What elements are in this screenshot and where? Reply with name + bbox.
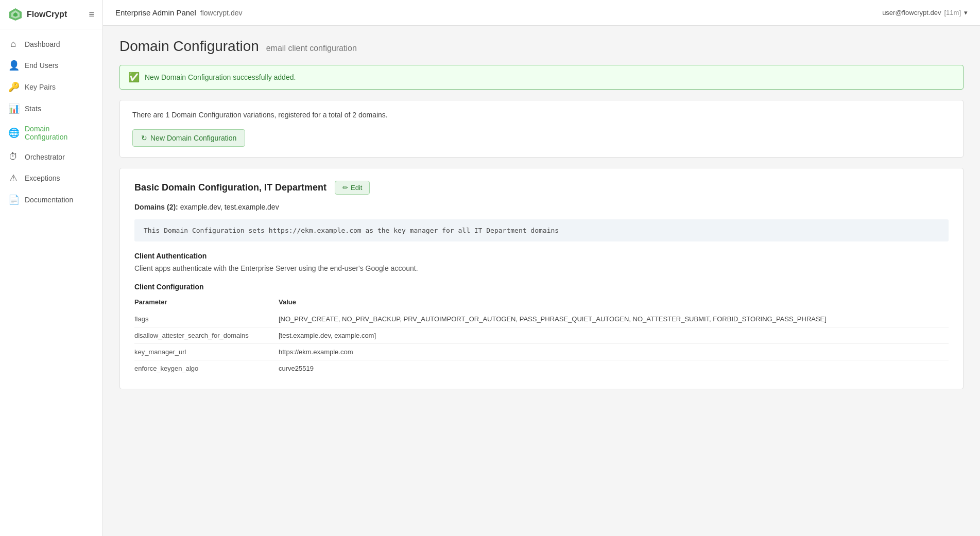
sidebar-item-stats[interactable]: 📊 Stats	[0, 98, 102, 119]
client-auth-desc: Client apps authenticate with the Enterp…	[134, 264, 949, 272]
sidebar-item-exceptions[interactable]: ⚠ Exceptions	[0, 167, 102, 189]
config-summary-card: There are 1 Domain Configuration variati…	[119, 100, 964, 158]
user-email: user@flowcrypt.dev	[882, 9, 941, 16]
param-cell: enforce_keygen_algo	[134, 360, 279, 377]
new-config-btn-label: New Domain Configuration	[150, 134, 236, 142]
page-content: Domain Configuration email client config…	[103, 26, 980, 536]
globe-icon: 🌐	[8, 127, 19, 139]
user-icon: 👤	[8, 60, 19, 71]
refresh-icon: ↻	[141, 134, 147, 142]
app-title: Enterprise Admin Panel	[115, 8, 196, 17]
client-config-title: Client Configuration	[134, 283, 949, 291]
domains-value: example.dev, test.example.dev	[180, 203, 279, 211]
table-row: key_manager_urlhttps://ekm.example.com	[134, 344, 949, 360]
sidebar-item-label: Documentation	[25, 196, 73, 204]
sidebar-item-label: End Users	[25, 61, 58, 70]
orchestrator-icon: ⏱	[8, 151, 19, 162]
value-cell: https://ekm.example.com	[279, 344, 949, 360]
sidebar-item-key-pairs[interactable]: 🔑 Key Pairs	[0, 76, 102, 98]
doc-icon: 📄	[8, 194, 19, 205]
key-icon: 🔑	[8, 81, 19, 93]
config-header: Basic Domain Configuration, IT Departmen…	[134, 181, 949, 195]
param-cell: flags	[134, 311, 279, 327]
sidebar-item-orchestrator[interactable]: ⏱ Orchestrator	[0, 146, 102, 167]
success-banner-text: New Domain Configuration successfully ad…	[145, 73, 296, 81]
sidebar-item-label: Stats	[25, 105, 41, 113]
edit-btn-label: Edit	[351, 184, 362, 192]
sidebar-logo: FlowCrypt ≡	[0, 0, 102, 29]
param-cell: disallow_attester_search_for_domains	[134, 327, 279, 344]
code-box-text: This Domain Configuration sets https://e…	[144, 227, 559, 234]
domains-line: Domains (2): example.dev, test.example.d…	[134, 203, 949, 211]
value-cell: curve25519	[279, 360, 949, 377]
sidebar-item-domain-configuration[interactable]: 🌐 Domain Configuration	[0, 119, 102, 146]
sidebar-item-label: Orchestrator	[25, 153, 65, 161]
sidebar-item-label: Key Pairs	[25, 83, 56, 91]
user-time: [11m]	[944, 9, 961, 16]
value-cell: [test.example.dev, example.com]	[279, 327, 949, 344]
topbar-domain: flowcrypt.dev	[200, 9, 243, 17]
menu-icon[interactable]: ≡	[89, 9, 94, 20]
sidebar-item-end-users[interactable]: 👤 End Users	[0, 55, 102, 76]
table-row: enforce_keygen_algocurve25519	[134, 360, 949, 377]
sidebar-item-label: Domain Configuration	[25, 125, 94, 141]
sidebar-item-dashboard[interactable]: ⌂ Dashboard	[0, 33, 102, 55]
summary-text: There are 1 Domain Configuration variati…	[132, 111, 951, 119]
flowcrypt-logo-icon	[8, 7, 23, 22]
sidebar: FlowCrypt ≡ ⌂ Dashboard 👤 End Users 🔑 Ke…	[0, 0, 103, 536]
exceptions-icon: ⚠	[8, 172, 19, 184]
topbar: Enterprise Admin Panel flowcrypt.dev use…	[103, 0, 980, 26]
sidebar-nav: ⌂ Dashboard 👤 End Users 🔑 Key Pairs 📊 St…	[0, 29, 102, 215]
page-subtitle: email client configuration	[266, 44, 357, 53]
params-col-header: Parameter	[134, 295, 279, 311]
home-icon: ⌂	[8, 39, 19, 49]
client-config-table: Parameter Value flags[NO_PRV_CREATE, NO_…	[134, 295, 949, 376]
domains-label: Domains (2):	[134, 203, 178, 211]
topbar-user[interactable]: user@flowcrypt.dev [11m] ▾	[882, 9, 968, 16]
dropdown-icon[interactable]: ▾	[964, 9, 968, 16]
success-banner: ✅ New Domain Configuration successfully …	[119, 65, 964, 90]
config-detail-card: Basic Domain Configuration, IT Departmen…	[119, 168, 964, 389]
param-cell: key_manager_url	[134, 344, 279, 360]
page-header: Domain Configuration email client config…	[119, 38, 964, 55]
pencil-icon: ✏	[342, 184, 348, 192]
stats-icon: 📊	[8, 103, 19, 114]
new-domain-config-button[interactable]: ↻ New Domain Configuration	[132, 129, 245, 147]
logo-text: FlowCrypt	[27, 10, 67, 19]
edit-config-button[interactable]: ✏ Edit	[335, 181, 370, 195]
sidebar-item-label: Exceptions	[25, 174, 60, 182]
check-circle-icon: ✅	[128, 72, 140, 83]
main-area: Enterprise Admin Panel flowcrypt.dev use…	[103, 0, 980, 536]
config-name: Basic Domain Configuration, IT Departmen…	[134, 182, 326, 193]
sidebar-item-documentation[interactable]: 📄 Documentation	[0, 189, 102, 211]
topbar-left: Enterprise Admin Panel flowcrypt.dev	[115, 8, 242, 17]
table-row: disallow_attester_search_for_domains[tes…	[134, 327, 949, 344]
value-col-header: Value	[279, 295, 949, 311]
client-auth-title: Client Authentication	[134, 252, 949, 260]
value-cell: [NO_PRV_CREATE, NO_PRV_BACKUP, PRV_AUTOI…	[279, 311, 949, 327]
config-code-box: This Domain Configuration sets https://e…	[134, 219, 949, 241]
sidebar-item-label: Dashboard	[25, 40, 60, 48]
page-title: Domain Configuration	[119, 38, 259, 54]
table-row: flags[NO_PRV_CREATE, NO_PRV_BACKUP, PRV_…	[134, 311, 949, 327]
